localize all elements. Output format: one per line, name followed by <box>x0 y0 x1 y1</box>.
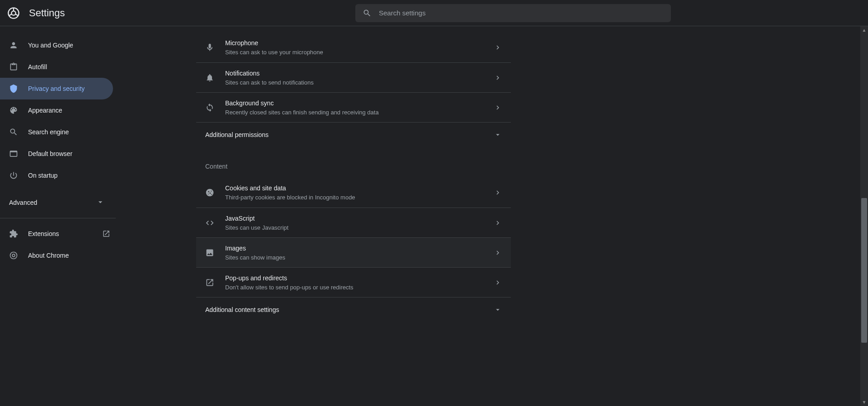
search-input[interactable] <box>379 9 671 17</box>
chevron-right-icon <box>494 279 502 287</box>
chevron-right-icon <box>494 189 502 197</box>
chevron-down-icon <box>96 198 105 208</box>
row-images[interactable]: Images Sites can show images <box>196 237 511 267</box>
row-additional-content-settings[interactable]: Additional content settings <box>196 297 511 321</box>
row-subtitle: Recently closed sites can finish sending… <box>225 109 494 117</box>
section-heading-content: Content <box>196 146 511 177</box>
sidebar-item-label: About Chrome <box>28 252 113 259</box>
row-title: Microphone <box>225 38 494 47</box>
chevron-right-icon <box>494 43 502 52</box>
page-title: Settings <box>29 7 223 19</box>
header-bar: Settings <box>0 0 868 26</box>
browser-icon <box>9 149 18 158</box>
row-javascript[interactable]: JavaScript Sites can use Javascript <box>196 208 511 237</box>
row-title: Additional content settings <box>205 306 279 313</box>
sidebar-item-label: Extensions <box>28 230 102 237</box>
bell-icon <box>205 73 214 82</box>
scroll-thumb[interactable] <box>861 198 867 343</box>
row-subtitle: Sites can ask to send notifications <box>225 79 494 87</box>
sidebar-item-label: Appearance <box>28 107 113 114</box>
chevron-right-icon <box>494 219 502 227</box>
sync-icon <box>205 103 214 112</box>
main-content: Microphone Sites can ask to use your mic… <box>196 26 511 406</box>
row-title: Notifications <box>225 69 494 78</box>
sidebar-divider <box>0 218 116 218</box>
row-subtitle: Don't allow sites to send pop-ups or use… <box>225 283 494 292</box>
search-icon <box>9 127 18 137</box>
search-container[interactable] <box>355 4 671 22</box>
scroll-down-arrow-icon[interactable]: ▼ <box>860 398 868 406</box>
row-subtitle: Sites can ask to use your microphone <box>225 48 494 57</box>
sidebar-item-label: You and Google <box>28 42 113 49</box>
clipboard-icon <box>9 62 18 71</box>
power-icon <box>9 171 18 180</box>
row-title: Pop-ups and redirects <box>225 274 494 283</box>
sidebar-advanced-label: Advanced <box>9 199 96 206</box>
row-cookies[interactable]: Cookies and site data Third-party cookie… <box>196 178 511 208</box>
sidebar-item-label: On startup <box>28 172 113 179</box>
sidebar-item-search-engine[interactable]: Search engine <box>0 121 113 143</box>
chrome-logo-icon <box>7 7 20 19</box>
row-background-sync[interactable]: Background sync Recently closed sites ca… <box>196 92 511 122</box>
row-microphone[interactable]: Microphone Sites can ask to use your mic… <box>196 33 511 62</box>
open-in-new-icon <box>205 278 214 287</box>
search-icon <box>363 9 372 18</box>
sidebar-item-advanced[interactable]: Advanced <box>0 192 116 213</box>
image-icon <box>205 248 214 257</box>
row-title: Images <box>225 244 494 253</box>
row-title: Background sync <box>225 99 494 108</box>
row-additional-permissions[interactable]: Additional permissions <box>196 122 511 146</box>
shield-icon <box>9 84 18 93</box>
sidebar-item-default-browser[interactable]: Default browser <box>0 143 113 165</box>
svg-point-3 <box>12 254 15 257</box>
extension-icon <box>9 229 18 238</box>
sidebar-item-extensions[interactable]: Extensions <box>0 223 113 245</box>
sidebar-item-privacy-and-security[interactable]: Privacy and security <box>0 78 113 99</box>
chevron-right-icon <box>494 104 502 112</box>
row-title: Cookies and site data <box>225 184 494 193</box>
chrome-icon <box>9 251 18 260</box>
sidebar-item-label: Default browser <box>28 150 113 157</box>
sidebar-item-about-chrome[interactable]: About Chrome <box>0 245 113 266</box>
sidebar-item-label: Search engine <box>28 128 113 136</box>
svg-point-1 <box>11 11 15 15</box>
person-icon <box>9 41 18 50</box>
sidebar-item-appearance[interactable]: Appearance <box>0 99 113 121</box>
chevron-down-icon <box>494 131 502 139</box>
code-icon <box>205 218 214 227</box>
chevron-down-icon <box>494 306 502 314</box>
scrollbar[interactable]: ▲ ▼ <box>860 26 868 406</box>
sidebar-item-on-startup[interactable]: On startup <box>0 165 113 186</box>
row-subtitle: Third-party cookies are blocked in Incog… <box>225 194 494 202</box>
row-popups[interactable]: Pop-ups and redirects Don't allow sites … <box>196 267 511 297</box>
chevron-right-icon <box>494 74 502 82</box>
microphone-icon <box>205 43 214 52</box>
chevron-right-icon <box>494 249 502 257</box>
row-subtitle: Sites can use Javascript <box>225 224 494 232</box>
sidebar-item-label: Privacy and security <box>28 85 113 92</box>
sidebar: You and Google Autofill Privacy and secu… <box>0 26 116 406</box>
open-in-new-icon <box>102 230 110 238</box>
row-notifications[interactable]: Notifications Sites can ask to send noti… <box>196 62 511 92</box>
palette-icon <box>9 106 18 115</box>
scroll-up-arrow-icon[interactable]: ▲ <box>860 26 868 34</box>
svg-point-2 <box>10 252 17 259</box>
row-title: JavaScript <box>225 214 494 223</box>
sidebar-item-autofill[interactable]: Autofill <box>0 56 113 78</box>
row-subtitle: Sites can show images <box>225 254 494 262</box>
sidebar-item-label: Autofill <box>28 63 113 71</box>
cookie-icon <box>205 188 214 197</box>
sidebar-item-you-and-google[interactable]: You and Google <box>0 34 113 56</box>
row-title: Additional permissions <box>205 131 269 138</box>
